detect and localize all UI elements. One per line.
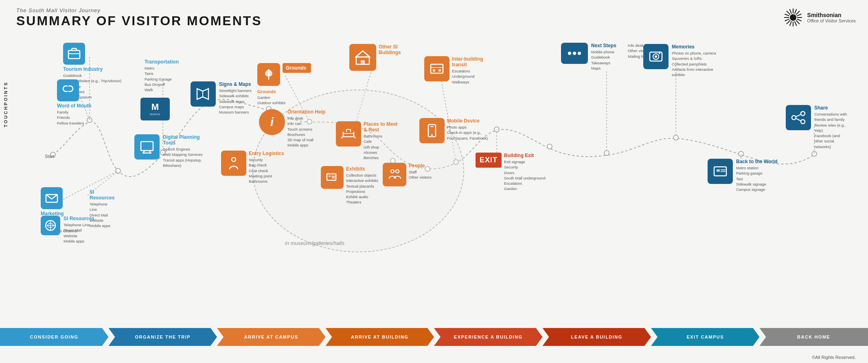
exit-sign: EXIT	[476, 153, 502, 168]
svg-line-15	[789, 21, 791, 26]
svg-point-80	[568, 52, 571, 55]
tourism-icon	[63, 43, 85, 65]
inter-building: Inter-buildingtransit EscalatorsUndergro…	[424, 56, 483, 85]
smithsonian-logo: Smithsonian Office of Visitor Services	[783, 7, 856, 28]
touchpoints-label: TOUCHPOINTS	[3, 81, 8, 127]
svg-point-92	[792, 116, 796, 120]
timeline-experience: EXPERIENCE A BUILDING	[434, 328, 543, 346]
svg-line-94	[796, 114, 801, 117]
mobile-device: Mobile Device Photo appsCheck-in apps (e…	[419, 118, 488, 145]
places-rest-title: Places to Meet& Rest	[364, 121, 397, 133]
svg-rect-72	[329, 175, 331, 177]
grounds-title: Grounds	[257, 89, 311, 94]
svg-marker-64	[356, 51, 370, 57]
svg-point-81	[573, 52, 576, 55]
signs-maps-icon	[191, 81, 216, 107]
svg-line-8	[796, 20, 800, 24]
svg-point-0	[790, 14, 796, 21]
svg-rect-68	[433, 69, 435, 72]
word-of-mouth-icon	[57, 79, 79, 101]
exhibits-icon	[321, 166, 344, 189]
memories-icon	[643, 44, 669, 69]
smithsonian-sunburst-icon	[783, 7, 803, 28]
other-si-icon	[349, 44, 376, 71]
svg-point-85	[655, 55, 657, 58]
timeline-exit-campus: EXIT CAMPUS	[651, 328, 760, 346]
svg-line-16	[794, 21, 796, 26]
back-to-world-icon	[708, 159, 733, 184]
svg-rect-65	[361, 60, 365, 64]
timeline-arrive-building: ARRIVE AT BUILDING	[326, 328, 434, 346]
memories-title: Memories	[672, 44, 716, 50]
memories: Memories Photos on phone, cameraSouvenir…	[643, 44, 716, 77]
people-icon	[383, 163, 406, 186]
svg-point-19	[116, 168, 121, 173]
svg-line-14	[797, 19, 801, 21]
share-icon	[786, 105, 811, 130]
svg-point-30	[604, 151, 609, 155]
building-exit-title: Building Exit	[504, 153, 545, 158]
exhibits-details: Collection objectsInteractive exhibitsTe…	[346, 173, 378, 205]
people: People StaffOther visitors	[383, 163, 432, 188]
next-steps-icon	[561, 43, 588, 64]
copyright: ©All Rights Reserved.	[812, 355, 856, 360]
back-to-world-details: Metro stationParking garageTaxiSidewalk …	[736, 165, 778, 192]
next-steps-details: Mobile phoneGuidebookTakeawaysMaps	[591, 49, 616, 71]
orientation-title: Orientation Help	[287, 109, 325, 115]
svg-point-31	[673, 135, 678, 140]
svg-rect-90	[721, 171, 726, 172]
svg-point-33	[812, 151, 817, 156]
svg-point-75	[391, 170, 394, 173]
svg-point-91	[801, 112, 805, 116]
inter-building-title: Inter-buildingtransit	[452, 56, 483, 68]
timeline-consider: CONSIDER GOING	[0, 328, 109, 346]
inter-building-details: EscalatorsUndergroundWalkways	[452, 68, 483, 85]
svg-line-95	[796, 118, 801, 121]
inter-building-icon	[424, 56, 449, 81]
header-title: SUMMARY OF VISITOR MOMENTS	[16, 13, 262, 28]
svg-line-12	[785, 19, 789, 21]
word-of-mouth-title: Word of Mouth	[57, 103, 91, 109]
other-si: Other SIBuildings	[349, 44, 401, 72]
marketing-icon	[41, 187, 63, 209]
si-resources-icon	[41, 216, 60, 235]
signs-maps-details: Streetlight bannersSidewalk exhibitsSide…	[219, 88, 252, 115]
smithsonian-dept: Office of Visitor Services	[807, 18, 856, 23]
entry-logistics: Entry Logistics SecurityBag checkCoat ch…	[221, 151, 284, 184]
svg-line-11	[785, 14, 789, 16]
mobile-device-icon	[419, 118, 445, 143]
si-resources-title2: SI Resources	[64, 216, 94, 221]
svg-point-86	[659, 52, 660, 54]
tourism-title: Tourism Industry	[63, 66, 121, 72]
svg-point-70	[232, 157, 236, 162]
share-title: Share	[814, 105, 847, 111]
svg-point-82	[578, 52, 581, 55]
other-si-title: Other SIBuildings	[379, 44, 401, 55]
places-rest: Places to Meet& Rest BathroomsCafeGift s…	[336, 121, 397, 160]
next-steps-title: Next Steps	[591, 43, 616, 48]
svg-rect-49	[68, 50, 80, 59]
back-to-world-title: Back to the World	[736, 159, 778, 164]
si-resources-details2: Telephone LineDirect MailWebsiteMobile a…	[64, 222, 94, 244]
next-steps: Next Steps Mobile phoneGuidebookTakeaway…	[561, 43, 651, 71]
word-of-mouth-details: FamilyFriendsFellow travelers	[57, 109, 91, 126]
building-exit: EXIT Building Exit Exit signageSecurityD…	[476, 153, 545, 192]
si-resources-block: SI Resources Telephone LineDirect MailWe…	[41, 216, 94, 244]
main-container: The South Mall Visitor Journey SUMMARY O…	[0, 0, 868, 363]
start-label: Start	[45, 154, 54, 159]
share-details: Conversations withfriends and familyRevi…	[814, 112, 847, 149]
entry-logistics-details: SecurityBag checkCoat checkMeeting point…	[249, 157, 284, 184]
share: Share Conversations withfriends and fami…	[786, 105, 847, 149]
svg-point-29	[547, 144, 552, 149]
timeline-bar: CONSIDER GOING ORGANIZE THE TRIP ARRIVE …	[0, 328, 868, 346]
svg-line-5	[787, 11, 790, 15]
svg-rect-59	[141, 142, 153, 151]
word-of-mouth: Word of Mouth FamilyFriendsFellow travel…	[57, 79, 91, 126]
transportation-title: Transportation	[145, 59, 179, 65]
timeline-arrive-campus: ARRIVE AT CAMPUS	[217, 328, 326, 346]
digital-planning-title: Digital PlanningTools	[163, 134, 203, 146]
orientation-details: Info deskInfo cartTouch screensBrochures…	[287, 116, 325, 148]
svg-rect-69	[438, 69, 441, 72]
places-rest-icon	[336, 121, 361, 147]
svg-rect-71	[327, 174, 336, 180]
